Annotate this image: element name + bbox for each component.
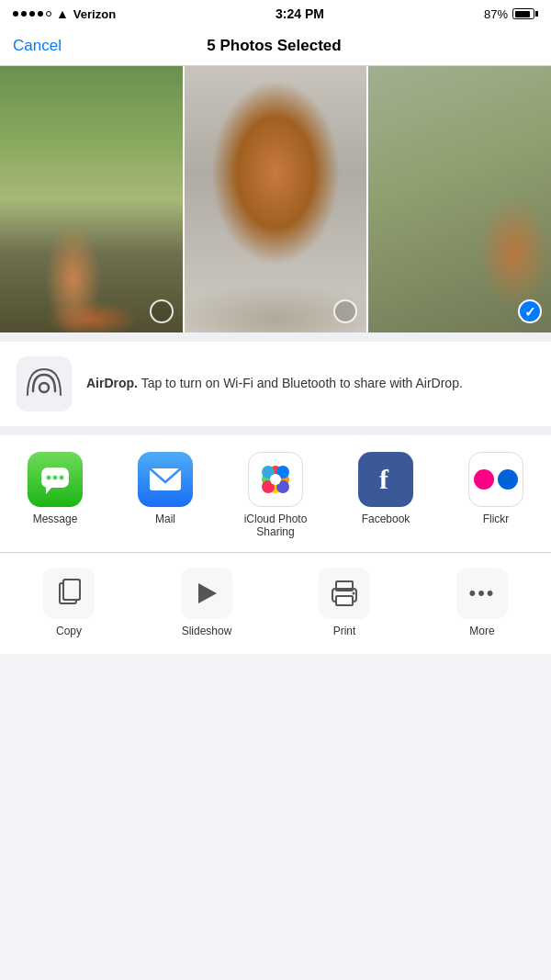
divider-2 bbox=[0, 426, 551, 435]
print-label: Print bbox=[333, 625, 356, 637]
icloud-icon bbox=[248, 452, 303, 507]
photo-grid: ✓ bbox=[0, 66, 551, 332]
app-item-messages[interactable]: Message bbox=[14, 452, 96, 525]
status-time: 3:24 PM bbox=[276, 6, 324, 21]
more-label: More bbox=[469, 625, 494, 637]
flickr-dots bbox=[474, 469, 518, 490]
signal-dot-5 bbox=[46, 11, 51, 17]
action-item-more[interactable]: ••• More bbox=[441, 568, 523, 637]
carrier-label: Verizon bbox=[73, 7, 116, 21]
cancel-button[interactable]: Cancel bbox=[13, 37, 62, 55]
messages-bubble-svg bbox=[39, 463, 72, 496]
copy-svg bbox=[54, 578, 84, 609]
play-svg bbox=[194, 580, 219, 606]
more-dots-icon: ••• bbox=[468, 581, 495, 605]
photo-image-2 bbox=[185, 66, 367, 332]
facebook-icon: f bbox=[358, 452, 413, 507]
selection-circle-1[interactable] bbox=[150, 299, 174, 323]
flickr-label: Flickr bbox=[483, 513, 510, 525]
slideshow-label: Slideshow bbox=[182, 625, 232, 637]
battery-icon bbox=[512, 8, 538, 19]
share-apps-row: Message Mail iClou bbox=[0, 435, 551, 552]
icloud-label: iCloud PhotoSharing bbox=[244, 513, 308, 539]
app-item-mail[interactable]: Mail bbox=[124, 452, 207, 525]
battery-body bbox=[512, 8, 534, 19]
svg-point-3 bbox=[47, 476, 51, 480]
status-left: ▲ Verizon bbox=[13, 6, 116, 21]
signal-dots bbox=[13, 11, 51, 17]
signal-dot-1 bbox=[13, 11, 18, 17]
battery-tip bbox=[535, 11, 538, 17]
action-item-copy[interactable]: Copy bbox=[28, 568, 110, 637]
app-item-facebook[interactable]: f Facebook bbox=[344, 452, 427, 525]
actions-section: Copy Slideshow Print ••• More bbox=[0, 553, 551, 654]
app-item-icloud[interactable]: iCloud PhotoSharing bbox=[234, 452, 317, 539]
svg-text:f: f bbox=[379, 464, 389, 494]
mail-label: Mail bbox=[155, 513, 175, 525]
page-title: 5 Photos Selected bbox=[207, 37, 341, 55]
flickr-dot-blue bbox=[498, 469, 518, 490]
mail-svg bbox=[148, 467, 183, 492]
action-item-slideshow[interactable]: Slideshow bbox=[165, 568, 248, 637]
facebook-svg: f bbox=[369, 463, 402, 496]
nav-bar: Cancel 5 Photos Selected bbox=[0, 26, 551, 66]
mail-icon bbox=[138, 452, 193, 507]
airdrop-label: AirDrop. bbox=[86, 376, 138, 390]
copy-icon-wrap bbox=[43, 568, 95, 619]
checkmark-icon: ✓ bbox=[524, 305, 536, 319]
signal-dot-2 bbox=[21, 11, 27, 17]
signal-dot-4 bbox=[38, 11, 43, 17]
more-icon-wrap: ••• bbox=[456, 568, 508, 619]
airdrop-detail: Tap to turn on Wi-Fi and Bluetooth to sh… bbox=[138, 376, 463, 390]
svg-point-5 bbox=[60, 476, 64, 480]
photo-image-3 bbox=[368, 66, 551, 332]
svg-point-24 bbox=[353, 591, 355, 594]
airdrop-description: AirDrop. Tap to turn on Wi-Fi and Blueto… bbox=[86, 375, 463, 393]
action-item-print[interactable]: Print bbox=[303, 568, 386, 637]
print-icon-wrap bbox=[319, 568, 370, 619]
flickr-dot-pink bbox=[474, 469, 494, 490]
flickr-icon bbox=[468, 452, 523, 507]
battery-percent: 87% bbox=[484, 7, 508, 21]
battery-fill bbox=[515, 11, 531, 17]
svg-rect-18 bbox=[63, 580, 80, 600]
airdrop-section[interactable]: AirDrop. Tap to turn on Wi-Fi and Blueto… bbox=[0, 342, 551, 426]
svg-rect-23 bbox=[336, 596, 353, 605]
facebook-label: Facebook bbox=[362, 513, 410, 525]
status-bar: ▲ Verizon 3:24 PM 87% bbox=[0, 0, 551, 26]
photo-cell-2[interactable] bbox=[185, 66, 367, 332]
svg-marker-2 bbox=[46, 488, 51, 494]
svg-point-15 bbox=[270, 474, 281, 485]
photo-image-1 bbox=[0, 66, 183, 332]
photo-cell-3[interactable]: ✓ bbox=[368, 66, 551, 332]
status-right: 87% bbox=[484, 7, 538, 21]
app-item-flickr[interactable]: Flickr bbox=[455, 452, 537, 525]
svg-point-0 bbox=[39, 383, 49, 392]
wifi-icon: ▲ bbox=[56, 6, 69, 21]
airdrop-svg bbox=[24, 364, 64, 404]
slideshow-icon-wrap bbox=[181, 568, 232, 619]
selection-circle-3[interactable]: ✓ bbox=[518, 299, 542, 323]
print-svg bbox=[329, 580, 360, 607]
svg-marker-20 bbox=[198, 583, 217, 603]
icloud-svg bbox=[252, 456, 299, 503]
copy-label: Copy bbox=[56, 625, 82, 637]
signal-dot-3 bbox=[29, 11, 35, 17]
photo-cell-1[interactable] bbox=[0, 66, 183, 332]
divider-1 bbox=[0, 332, 551, 342]
svg-point-4 bbox=[53, 476, 58, 480]
airdrop-icon bbox=[17, 356, 72, 411]
messages-icon bbox=[28, 452, 83, 507]
messages-label: Message bbox=[33, 513, 78, 525]
